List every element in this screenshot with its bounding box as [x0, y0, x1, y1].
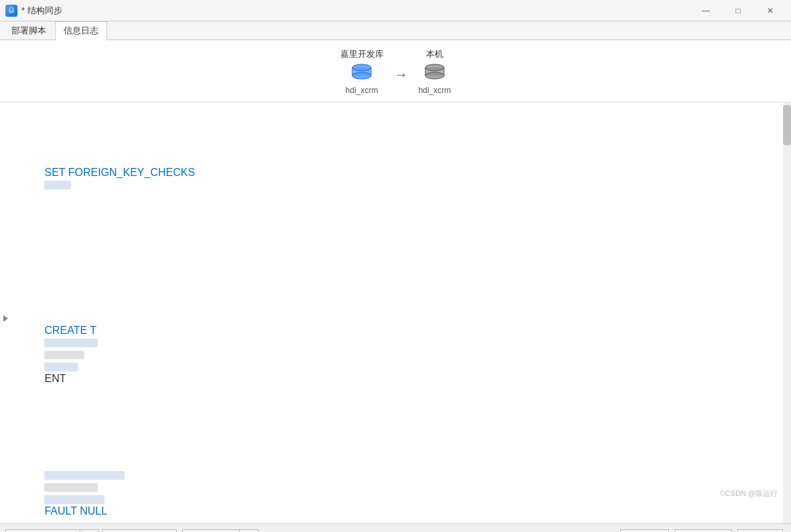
run-group: 运行 [737, 529, 783, 533]
save-config-group: 保存配置文件 ▼ [5, 529, 99, 533]
vertical-scrollbar[interactable] [783, 102, 791, 523]
sync-source: 嘉里开发库 hdi_xcrm [340, 48, 384, 95]
sync-header: 嘉里开发库 hdi_xcrm → 本机 hdi_xcrm [0, 40, 791, 102]
title-controls: — □ ✕ [691, 0, 786, 21]
deploy-options-dropdown[interactable]: ▼ [240, 529, 259, 533]
source-label: 嘉里开发库 [340, 48, 384, 60]
window-title: * 结构同步 [21, 5, 62, 17]
main-content: SET FOREIGN_KEY_CHECKS CREATE T ENT [0, 102, 791, 523]
source-db-name: hdi_xcrm [346, 86, 378, 95]
close-button[interactable]: ✕ [755, 0, 786, 21]
code-line: SET FOREIGN_KEY_CHECKS [0, 155, 791, 203]
recompare-group: 重新比对 [674, 529, 732, 533]
recompare-button[interactable]: 重新比对 [674, 529, 732, 533]
source-db-icon [350, 63, 374, 83]
save-config-dropdown[interactable]: ▼ [80, 529, 99, 533]
bottom-toolbar: 保存配置文件 ▼ 加载配置文件 部署选项 ▼ 上一步 重新比对 运行 [0, 523, 791, 532]
code-editor: SET FOREIGN_KEY_CHECKS CREATE T ENT [0, 102, 791, 523]
tab-info-log[interactable]: 信息日志 [55, 21, 107, 40]
title-bar-left: * 结构同步 [5, 5, 62, 17]
svg-point-1 [9, 9, 13, 10]
target-label: 本机 [426, 48, 443, 60]
code-scroll[interactable]: SET FOREIGN_KEY_CHECKS CREATE T ENT [0, 102, 791, 523]
code-line: CREATE T ENT [0, 313, 791, 397]
prev-step-group: 上一步 [620, 529, 669, 533]
code-line: FAULT NULL [0, 445, 791, 523]
title-bar: * 结构同步 — □ ✕ [0, 0, 791, 21]
prev-step-button[interactable]: 上一步 [620, 529, 669, 533]
target-db-icon [423, 63, 447, 83]
sync-target: 本机 hdi_xcrm [419, 48, 451, 95]
run-button[interactable]: 运行 [737, 529, 783, 533]
tab-deploy-script[interactable]: 部署脚本 [3, 21, 55, 40]
app-icon [5, 5, 17, 17]
toolbar-right: 上一步 重新比对 运行 [620, 529, 786, 533]
load-config-button[interactable]: 加载配置文件 [102, 529, 177, 533]
code-line [0, 251, 791, 264]
svg-point-5 [9, 11, 13, 13]
minimize-button[interactable]: — [691, 0, 721, 21]
target-db-name: hdi_xcrm [419, 86, 451, 95]
maximize-button[interactable]: □ [723, 0, 753, 21]
sync-arrow: → [394, 67, 408, 82]
load-config-group: 加载配置文件 [102, 529, 177, 533]
menu-bar: 部署脚本 信息日志 [0, 21, 791, 40]
scrollbar-thumb[interactable] [783, 105, 791, 145]
save-config-button[interactable]: 保存配置文件 [5, 529, 80, 533]
deploy-options-group: 部署选项 ▼ [182, 529, 259, 533]
deploy-options-button[interactable]: 部署选项 [182, 529, 240, 533]
